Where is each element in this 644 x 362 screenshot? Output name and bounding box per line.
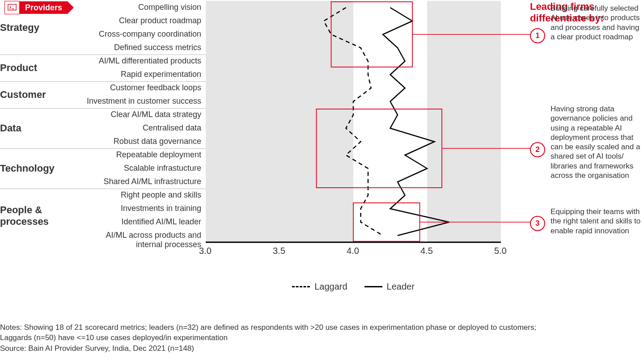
callout-item: 1Building carefully selected AI use case…	[530, 4, 642, 42]
legend-laggard-label: Laggard	[314, 282, 347, 292]
providers-icon	[4, 1, 20, 14]
note-line-2: Laggards (n=50) have <=10 use cases depl…	[0, 333, 536, 343]
callout-text: Equipping their teams with the right tal…	[551, 207, 642, 236]
metric-label: Robust data governance	[114, 137, 201, 146]
metric-label: Investment in customer success	[87, 97, 201, 106]
note-line-1: Notes: Showing 18 of 21 scorecard metric…	[0, 322, 536, 333]
right-callouts: Leading firms differentiate by: 1Buildin…	[530, 1, 642, 25]
metric-label: Centralised data	[143, 123, 201, 133]
callout-text: Building carefully selected AI use cases…	[551, 4, 642, 42]
metric-label: Repeatable deployment	[116, 150, 201, 160]
callout-item: 2Having strong data governance policies …	[530, 104, 642, 180]
metric-label: Investments in training	[121, 204, 201, 213]
category-divider	[0, 189, 206, 189]
category-label: Product	[0, 62, 76, 74]
callout-text: Having strong data governance policies a…	[551, 104, 642, 180]
metric-label: Compelling vision	[138, 3, 201, 12]
category-label: Technology	[0, 163, 76, 174]
metric-label: Scalable infrastucture	[124, 164, 201, 173]
legend: Laggard Leader	[206, 282, 501, 292]
metric-label: Cross-company coordination	[99, 29, 201, 39]
footnotes: Notes: Showing 18 of 21 scorecard metric…	[0, 322, 536, 354]
svg-rect-7	[353, 1, 427, 242]
category-label: Data	[0, 122, 76, 134]
category-label: People & processes	[0, 204, 76, 227]
category-divider	[0, 108, 206, 109]
metric-label: Rapid experimentation	[121, 70, 201, 79]
metric-label: Right people and skills	[121, 190, 201, 200]
metric-label: Identified AI/ML leader	[122, 217, 201, 227]
svg-rect-0	[8, 4, 16, 10]
legend-laggard-swatch	[292, 286, 310, 287]
metric-label: Clear AI/ML data strategy	[111, 110, 201, 119]
category-divider	[0, 55, 206, 55]
callout-item: 3Equipping their teams with the right ta…	[530, 207, 642, 236]
metric-label: Clear product roadmap	[119, 16, 201, 25]
metric-label: Defined success metrics	[114, 43, 201, 52]
category-divider	[0, 81, 206, 82]
legend-leader-label: Leader	[387, 282, 415, 292]
category-divider	[0, 148, 206, 149]
metric-label: AI/ML differentiated products	[99, 56, 201, 66]
providers-badge-label: Providers	[20, 1, 68, 14]
metric-label: Shared AI/ML infrastructure	[104, 177, 201, 186]
note-line-3: Source: Bain AI Provider Survey, India, …	[0, 343, 536, 354]
providers-badge: Providers	[4, 1, 68, 14]
chart-plot	[206, 0, 537, 268]
metric-label: Customer feedback loops	[110, 83, 201, 93]
category-label: Strategy	[0, 22, 76, 34]
category-label: Customer	[0, 89, 76, 101]
legend-leader-swatch	[364, 286, 382, 287]
metric-label: AI/ML across products and internal proce…	[85, 231, 201, 249]
